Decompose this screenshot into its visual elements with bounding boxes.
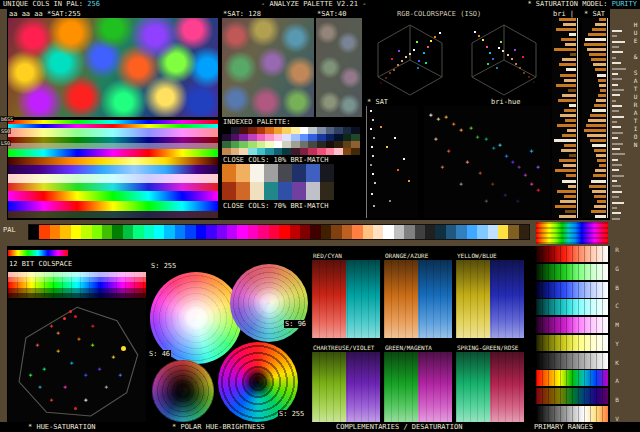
pal-strip (28, 224, 530, 240)
unique-cols-status: UNIQUE COLS IN PAL: 256 (3, 0, 100, 9)
comp-panel-orange-azure: ORANGE/AZURE (384, 252, 452, 338)
strip-label-lso: LSO (0, 140, 11, 146)
sat-histogram (582, 18, 608, 218)
saturation-model-value: PURITY (612, 0, 637, 8)
comp-panel-gradient (384, 352, 452, 422)
rgb-cube-right (462, 20, 546, 96)
xsat-scatter-label: * SAT (366, 98, 389, 106)
sat-255-label: aa aa aa *SAT:255 (8, 10, 82, 18)
bri-hue-scatter-label: bri-hue (490, 98, 522, 106)
rgb-colorspace-panel (366, 18, 550, 100)
bit12-colspace-grid (8, 272, 146, 298)
primary-rainbow-block (536, 222, 608, 244)
comp-panel-yellow-blue: YELLOW/BLUE (456, 252, 524, 338)
bit12-colspace-label: 12 BIT COLSPACE (8, 260, 73, 268)
polar-wheel-s96 (230, 264, 308, 342)
comp-panel-springgreen-rose: SPRING-GREEN/ROSE (456, 344, 524, 422)
hue-strip-stack (8, 120, 218, 218)
strip-label-sso: SSO (0, 128, 11, 134)
sat-128-label: *SAT: 128 (222, 10, 262, 18)
comp-panel-green-magenta: GREEN/MAGENTA (384, 344, 452, 422)
wheel-s46-label: S: 46 (148, 350, 171, 358)
comp-panel-title: CHARTREUSE/VIOLET (312, 344, 375, 352)
sat-histogram-label: * SAT (583, 10, 606, 18)
indexed-palette-grid (222, 127, 360, 155)
left-frame (0, 9, 7, 422)
rgb-cube-left (368, 20, 452, 96)
close-cols-70-label: CLOSE COLS: 70% BRI-MATCH (222, 202, 329, 210)
saturation-model-status: * SATURATION MODEL: PURITY (527, 0, 637, 9)
comp-panel-gradient (312, 260, 380, 338)
analyze-palette-app: UNIQUE COLS IN PAL: 256 - ANALYZE PALETT… (0, 0, 640, 432)
primary-range-letters: RGBCMYKABV (611, 246, 623, 422)
bri-hue-scatter: ++++++++++++++++++++++++++++ (424, 106, 550, 218)
bottom-section-bar: * HUE-SATURATION * POLAR HUE-BRIGHTNESS … (0, 422, 640, 432)
app-title: - ANALYZE PALETTE V2.21 - (261, 0, 366, 9)
bri-histogram (552, 18, 578, 218)
footer-hue-saturation: * HUE-SATURATION (28, 422, 95, 432)
comp-panel-title: ORANGE/AZURE (384, 252, 429, 260)
comp-panel-title: GREEN/MAGENTA (384, 344, 433, 352)
footer-polar-hue-brightness: * POLAR HUE-BRIGHTNESS (172, 422, 265, 432)
close-cols-10-label: CLOSE COLS: 10% BRI-MATCH (222, 156, 329, 164)
xsat-scatter (366, 106, 418, 218)
comp-panel-chartreuse-violet: CHARTREUSE/VIOLET (312, 344, 380, 422)
rgb-colorspace-label: RGB-COLORSPACE (ISO) (396, 10, 482, 18)
mini-hue-strip (8, 250, 68, 256)
footer-complementaries: COMPLEMENTARIES / DESATURATION (336, 422, 462, 432)
polar-wheel-s46 (152, 360, 214, 422)
unique-cols-label: UNIQUE COLS IN PAL: (3, 0, 83, 8)
hue-saturation-scatter: +++++++++++++++++++ (8, 300, 146, 422)
comp-panel-gradient (456, 352, 524, 422)
cube-left-scatter (368, 20, 452, 96)
saturation-model-label: * SATURATION MODEL: (527, 0, 607, 8)
comp-panel-gradient (312, 352, 380, 422)
wheel-s255-label: S: 255 (150, 262, 177, 270)
sat-40-label: *SAT:40 (316, 10, 348, 18)
wheel-s96-label: S: 96 (284, 320, 307, 328)
comp-panel-red-cyan: RED/CYAN (312, 252, 380, 338)
sat-255-map (8, 18, 218, 117)
sat-40-map (316, 18, 362, 117)
cube-right-scatter (462, 20, 546, 96)
strip-label-b6ss: b6SS (0, 116, 14, 122)
comp-panel-gradient (456, 260, 524, 338)
mini-line-histogram (612, 30, 628, 220)
comp-panel-title: SPRING-GREEN/ROSE (456, 344, 519, 352)
bri-histogram-label: bri | (552, 10, 575, 18)
close-cols-swatches (222, 164, 334, 200)
primary-ranges-bars (536, 246, 608, 422)
hue-saturation-plot: +++++++++++++++++++ (8, 300, 146, 422)
comp-panel-gradient (384, 260, 452, 338)
comp-panel-title: RED/CYAN (312, 252, 343, 260)
wheel-s255b-label: S: 255 (278, 410, 305, 418)
right-frame: HUE & SATURATION RGBCMYKABV (610, 9, 640, 422)
comp-panel-title: YELLOW/BLUE (456, 252, 498, 260)
footer-primary-ranges: PRIMARY RANGES (534, 422, 593, 432)
indexed-palette-label: INDEXED PALETTE: (222, 118, 291, 126)
pal-label: PAL (2, 226, 17, 234)
sat-128-map (222, 18, 314, 117)
unique-cols-value: 256 (87, 0, 100, 8)
hue-saturation-vertical-label: HUE & SATURATION (632, 21, 639, 149)
top-status-bar: UNIQUE COLS IN PAL: 256 - ANALYZE PALETT… (0, 0, 640, 9)
